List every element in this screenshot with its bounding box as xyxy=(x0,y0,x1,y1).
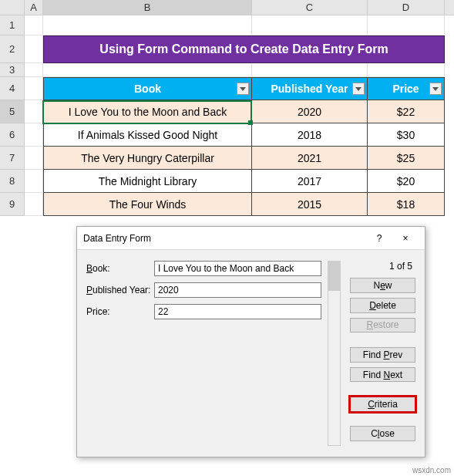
sheet-title: Using Form Command to Create Data Entry … xyxy=(43,35,445,63)
cell-book[interactable]: If Animals Kissed Good Night xyxy=(43,123,252,146)
label-year: Published Year: xyxy=(86,285,154,295)
watermark: wsxdn.com xyxy=(412,466,451,474)
cell-book[interactable]: I Love You to the Moon and Back xyxy=(43,100,252,123)
cell-year[interactable]: 2020 xyxy=(252,100,368,123)
row-header-5[interactable]: 5 xyxy=(0,100,25,123)
col-header-a[interactable]: A xyxy=(25,0,43,15)
dialog-form: Book: Published Year: Price: xyxy=(86,261,321,446)
column-headers: A B C D xyxy=(0,0,454,15)
col-header-b[interactable]: B xyxy=(43,0,252,15)
cell-book[interactable]: The Midnight Library xyxy=(43,170,252,192)
input-year[interactable] xyxy=(154,282,321,298)
form-row-year: Published Year: xyxy=(86,282,321,298)
row-header-2[interactable]: 2 xyxy=(0,35,25,63)
label-book: Book: xyxy=(86,263,154,274)
col-header-c[interactable]: C xyxy=(252,0,368,15)
row-header-4[interactable]: 4 xyxy=(0,77,25,100)
col-header-d[interactable]: D xyxy=(368,0,445,15)
close-button[interactable]: Close xyxy=(350,426,415,441)
cell-price[interactable]: $22 xyxy=(368,100,445,123)
header-book[interactable]: Book xyxy=(43,78,252,100)
chevron-down-icon xyxy=(432,87,439,91)
row-header-8[interactable]: 8 xyxy=(0,170,25,193)
data-table: Book Published Year Price I Love You to … xyxy=(43,77,445,216)
dialog-buttons: 1 of 5 New Delete Restore Find Prev Find… xyxy=(350,261,415,446)
restore-button[interactable]: Restore xyxy=(350,318,415,333)
header-year-label: Published Year xyxy=(271,83,348,95)
row-header-9[interactable]: 9 xyxy=(0,193,25,216)
cell-year[interactable]: 2015 xyxy=(252,193,368,215)
header-price[interactable]: Price xyxy=(368,78,445,100)
header-book-label: Book xyxy=(134,83,161,95)
table-row[interactable]: The Four Winds 2015 $18 xyxy=(43,193,445,216)
dialog-help-button[interactable]: ? xyxy=(366,228,392,249)
cell-price[interactable]: $30 xyxy=(368,123,445,146)
dialog-body: Book: Published Year: Price: 1 of 5 New … xyxy=(77,250,425,457)
input-book[interactable] xyxy=(154,261,321,276)
find-next-button[interactable]: Find Next xyxy=(350,367,415,383)
cell-price[interactable]: $20 xyxy=(368,170,445,192)
form-row-book: Book: xyxy=(86,261,321,276)
table-row[interactable]: I Love You to the Moon and Back 2020 $22 xyxy=(43,100,445,123)
new-button[interactable]: New xyxy=(350,278,415,293)
filter-dropdown-year[interactable] xyxy=(352,83,365,95)
row-header-7[interactable]: 7 xyxy=(0,147,25,170)
cell-book[interactable]: The Four Winds xyxy=(43,193,252,215)
select-all-corner[interactable] xyxy=(0,0,25,15)
record-counter: 1 of 5 xyxy=(350,261,415,272)
dialog-scrollbar[interactable] xyxy=(328,261,341,446)
header-price-label: Price xyxy=(392,83,419,95)
cell-price[interactable]: $18 xyxy=(368,193,445,215)
cell-price[interactable]: $25 xyxy=(368,147,445,169)
row-headers: 1 2 3 4 5 6 7 8 9 xyxy=(0,15,25,216)
row-header-3[interactable]: 3 xyxy=(0,63,25,77)
scrollbar-thumb[interactable] xyxy=(328,262,340,291)
spreadsheet: A B C D 1 2 3 4 5 6 7 8 9 Using Form Com… xyxy=(0,0,454,216)
filter-dropdown-price[interactable] xyxy=(429,83,442,95)
form-row-price: Price: xyxy=(86,304,321,319)
row-header-6[interactable]: 6 xyxy=(0,123,25,147)
input-price[interactable] xyxy=(154,304,321,319)
header-year[interactable]: Published Year xyxy=(252,78,368,100)
dialog-titlebar[interactable]: Data Entry Form ? × xyxy=(77,227,425,250)
cell-year[interactable]: 2021 xyxy=(252,147,368,169)
label-price: Price: xyxy=(86,306,154,317)
cell-book[interactable]: The Very Hungry Caterpillar xyxy=(43,147,252,169)
dialog-title-text: Data Entry Form xyxy=(83,233,366,244)
data-entry-dialog: Data Entry Form ? × Book: Published Year… xyxy=(76,226,425,457)
table-row[interactable]: The Very Hungry Caterpillar 2021 $25 xyxy=(43,147,445,170)
chevron-down-icon xyxy=(240,87,246,91)
cell-year[interactable]: 2017 xyxy=(252,170,368,192)
table-row[interactable]: The Midnight Library 2017 $20 xyxy=(43,170,445,193)
filter-dropdown-book[interactable] xyxy=(237,83,249,95)
criteria-button[interactable]: Criteria xyxy=(350,397,415,412)
cell-year[interactable]: 2018 xyxy=(252,123,368,146)
delete-button[interactable]: Delete xyxy=(350,298,415,313)
cells-area[interactable]: Using Form Command to Create Data Entry … xyxy=(25,15,454,216)
find-prev-button[interactable]: Find Prev xyxy=(350,347,415,363)
chevron-down-icon xyxy=(355,87,362,91)
table-header-row: Book Published Year Price xyxy=(43,77,445,100)
table-row[interactable]: If Animals Kissed Good Night 2018 $30 xyxy=(43,123,445,147)
row-header-1[interactable]: 1 xyxy=(0,15,25,35)
dialog-close-button[interactable]: × xyxy=(392,228,419,249)
